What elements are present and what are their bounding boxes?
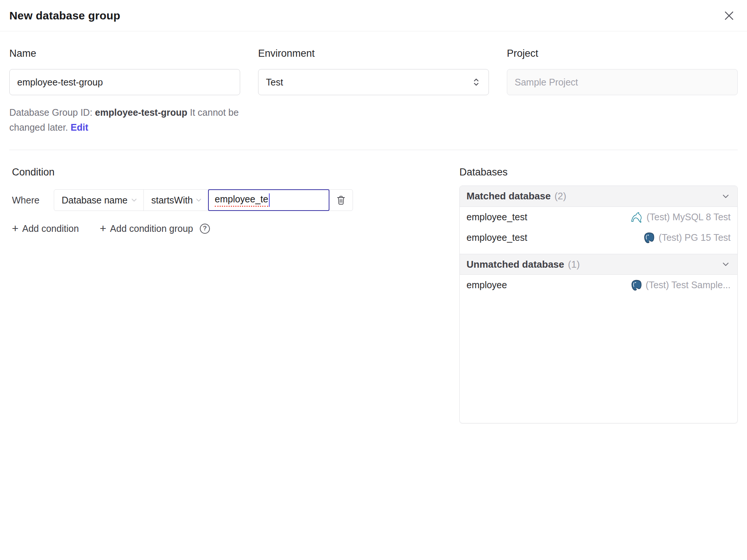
- name-label: Name: [9, 48, 240, 59]
- add-condition-label: Add condition: [22, 223, 79, 234]
- plus-icon: +: [12, 223, 19, 234]
- matched-database-count: (2): [554, 190, 566, 202]
- condition-heading: Condition: [12, 167, 459, 178]
- condition-field-select[interactable]: Database name: [54, 190, 144, 211]
- database-group-id-note: Database Group ID: employee-test-group I…: [9, 105, 240, 135]
- database-row: employee (Test) Test Sample...: [460, 275, 737, 295]
- edit-id-link[interactable]: Edit: [71, 122, 88, 133]
- mysql-icon: [630, 212, 643, 223]
- id-note-prefix: Database Group ID:: [9, 107, 92, 118]
- databases-heading: Databases: [459, 167, 738, 178]
- project-input[interactable]: [507, 69, 738, 95]
- database-instance-label: (Test) MySQL 8 Test: [647, 212, 731, 223]
- trash-icon: [335, 195, 347, 206]
- add-condition-button[interactable]: + Add condition: [12, 223, 79, 234]
- chevron-down-icon: [195, 196, 203, 204]
- environment-field-group: Environment Test: [258, 48, 489, 135]
- add-condition-group-button[interactable]: + Add condition group ?: [100, 223, 210, 234]
- dialog-header: New database group: [0, 0, 747, 31]
- name-field-group: Name Database Group ID: employee-test-gr…: [9, 48, 240, 135]
- condition-operator-select[interactable]: startsWith: [144, 190, 208, 211]
- close-button[interactable]: [722, 8, 737, 23]
- condition-field-value: Database name: [62, 195, 128, 206]
- matched-database-label: Matched database: [467, 190, 551, 202]
- condition-operator-value: startsWith: [151, 195, 193, 206]
- chevron-down-icon: [130, 196, 138, 204]
- form-row: Name Database Group ID: employee-test-gr…: [0, 31, 747, 135]
- unmatched-database-header[interactable]: Unmatched database (1): [460, 254, 737, 275]
- databases-panel: Matched database (2) employee_test: [459, 186, 738, 423]
- unmatched-database-rows: employee (Test) Test Sample...: [460, 275, 737, 295]
- condition-expression-group: Database name startsWith: [54, 189, 353, 211]
- database-instance: (Test) Test Sample...: [631, 280, 731, 291]
- database-name: employee: [467, 280, 507, 290]
- database-instance: (Test) MySQL 8 Test: [630, 212, 731, 223]
- panel-empty-area: [460, 295, 737, 423]
- databases-section: Databases Matched database (2) employee_…: [459, 167, 738, 423]
- condition-row: Where Database name startsWith: [12, 189, 459, 211]
- lower-section: Condition Where Database name startsWith: [0, 150, 747, 423]
- condition-section: Condition Where Database name startsWith: [9, 167, 459, 234]
- matched-database-rows: employee_test (Test) MySQL 8 Test employ…: [460, 207, 737, 254]
- environment-select[interactable]: Test: [258, 69, 489, 95]
- delete-condition-button[interactable]: [329, 190, 353, 211]
- chevron-down-icon: [721, 192, 731, 201]
- chevron-down-icon: [721, 259, 731, 269]
- matched-database-header[interactable]: Matched database (2): [460, 186, 737, 207]
- close-icon: [723, 9, 735, 22]
- database-row: employee_test (Test) MySQL 8 Test: [460, 207, 737, 227]
- database-row: employee_test (Test) PG 15 Test: [460, 227, 737, 248]
- add-condition-group-label: Add condition group: [110, 223, 193, 234]
- postgres-icon: [631, 280, 642, 291]
- unmatched-database-label: Unmatched database: [467, 259, 564, 270]
- condition-value-text: employee_te: [215, 194, 268, 207]
- help-icon[interactable]: ?: [200, 224, 210, 234]
- page-title: New database group: [9, 9, 120, 22]
- database-instance: (Test) PG 15 Test: [644, 232, 731, 243]
- project-label: Project: [507, 48, 738, 59]
- environment-selected-value: Test: [266, 77, 283, 88]
- environment-label: Environment: [258, 48, 489, 59]
- postgres-icon: [644, 232, 655, 243]
- condition-actions: + Add condition + Add condition group ?: [12, 223, 459, 234]
- name-input[interactable]: [9, 69, 240, 95]
- text-cursor: [269, 193, 270, 207]
- condition-value-input[interactable]: employee_te: [208, 189, 329, 211]
- project-field-group: Project: [507, 48, 738, 135]
- chevron-up-down-icon: [471, 77, 481, 87]
- database-name: employee_test: [467, 212, 527, 223]
- database-instance-label: (Test) PG 15 Test: [658, 232, 731, 243]
- database-name: employee_test: [467, 232, 527, 243]
- unmatched-database-count: (1): [568, 259, 580, 270]
- where-label: Where: [12, 195, 54, 206]
- plus-icon: +: [100, 223, 106, 234]
- database-instance-label: (Test) Test Sample...: [646, 280, 731, 290]
- id-note-value: employee-test-group: [95, 107, 187, 118]
